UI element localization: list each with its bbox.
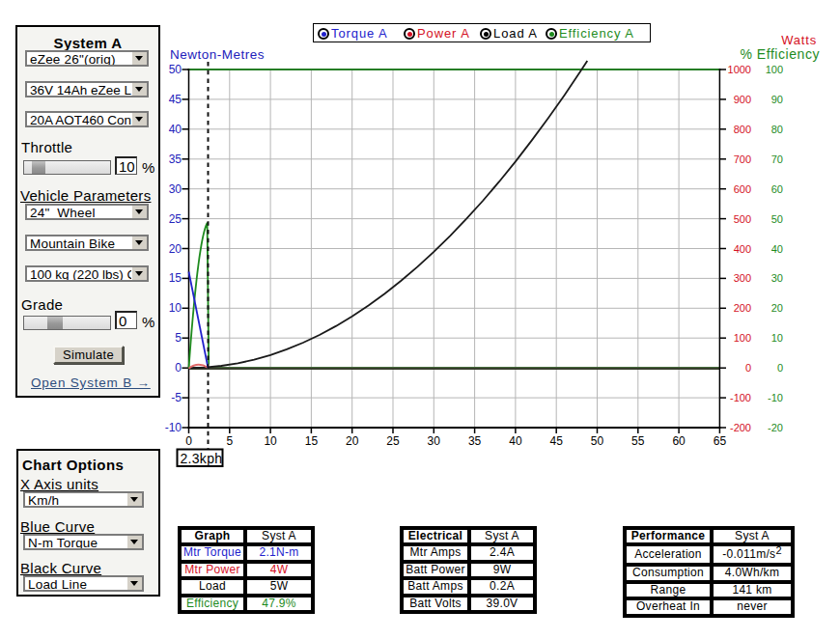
svg-text:65: 65 — [714, 434, 727, 448]
svg-text:35: 35 — [169, 153, 182, 166]
svg-text:5: 5 — [175, 331, 182, 345]
svg-text:400: 400 — [734, 243, 751, 255]
svg-text:50: 50 — [169, 63, 182, 76]
svg-text:800: 800 — [734, 124, 751, 135]
svg-text:-10: -10 — [768, 392, 783, 403]
svg-text:100: 100 — [766, 64, 783, 75]
svg-text:0: 0 — [745, 362, 751, 374]
svg-text:30: 30 — [428, 434, 441, 448]
svg-text:30: 30 — [771, 272, 783, 284]
svg-text:40: 40 — [169, 123, 182, 136]
svg-text:200: 200 — [734, 302, 751, 314]
svg-text:55: 55 — [631, 434, 645, 448]
svg-text:600: 600 — [734, 183, 751, 195]
svg-text:500: 500 — [734, 213, 751, 225]
svg-text:80: 80 — [771, 124, 783, 135]
svg-text:10: 10 — [264, 434, 277, 448]
svg-text:50: 50 — [771, 213, 783, 225]
svg-text:-5: -5 — [171, 391, 182, 404]
svg-text:25: 25 — [386, 434, 400, 448]
svg-text:90: 90 — [771, 94, 783, 105]
svg-text:0: 0 — [185, 434, 192, 448]
svg-text:Newton-Metres: Newton-Metres — [170, 47, 265, 62]
svg-text:100: 100 — [734, 332, 751, 344]
svg-text:60: 60 — [672, 434, 686, 448]
svg-text:2.3kph: 2.3kph — [181, 451, 223, 466]
svg-text:5: 5 — [226, 434, 233, 448]
svg-text:700: 700 — [734, 153, 751, 165]
svg-text:-100: -100 — [730, 392, 751, 403]
svg-text:% Efficiency: % Efficiency — [740, 46, 820, 62]
svg-text:70: 70 — [771, 153, 783, 165]
svg-text:20: 20 — [169, 242, 182, 256]
svg-text:20: 20 — [346, 434, 359, 448]
svg-text:30: 30 — [169, 182, 182, 196]
svg-text:1000: 1000 — [728, 64, 751, 75]
svg-text:-200: -200 — [730, 422, 751, 433]
svg-text:900: 900 — [734, 94, 751, 105]
svg-text:25: 25 — [169, 212, 182, 226]
svg-text:-20: -20 — [768, 422, 783, 433]
svg-text:50: 50 — [591, 434, 604, 448]
svg-text:0: 0 — [777, 362, 783, 374]
svg-text:300: 300 — [734, 272, 751, 284]
svg-text:15: 15 — [305, 434, 319, 448]
svg-text:10: 10 — [771, 332, 783, 344]
svg-text:40: 40 — [509, 434, 522, 448]
svg-text:20: 20 — [771, 302, 783, 314]
svg-text:35: 35 — [468, 434, 482, 448]
svg-text:60: 60 — [771, 183, 783, 195]
svg-text:40: 40 — [771, 243, 783, 255]
svg-text:10: 10 — [169, 301, 182, 315]
svg-text:15: 15 — [169, 271, 182, 285]
svg-text:45: 45 — [169, 93, 182, 106]
svg-text:0: 0 — [175, 361, 182, 375]
svg-text:-10: -10 — [165, 421, 182, 434]
svg-text:45: 45 — [550, 434, 564, 448]
